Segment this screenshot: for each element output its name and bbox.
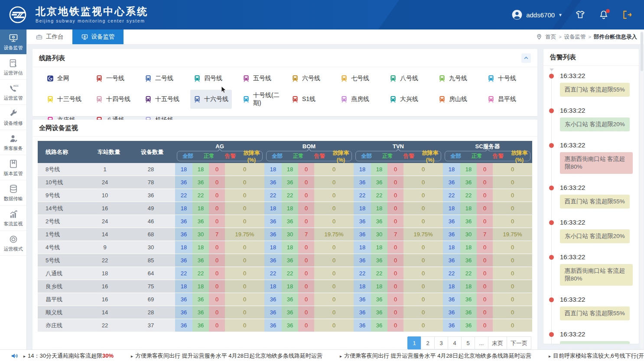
alarm-message: 西直门站 客流超限55%	[560, 83, 630, 97]
timeline-dot-icon	[549, 332, 554, 337]
line-item-18[interactable]: 房山线	[435, 90, 471, 109]
cell-value: 36	[192, 254, 209, 267]
line-item-4[interactable]: 五号线	[239, 73, 275, 84]
cell-value: 0	[298, 319, 314, 332]
line-item-16[interactable]: 燕房线	[337, 90, 373, 109]
timeline-dot-icon	[549, 255, 554, 260]
line-item-5[interactable]: 六号线	[288, 73, 324, 84]
cell-value: 36	[192, 293, 209, 306]
last-page-button[interactable]: 末页	[488, 336, 507, 349]
scrollbar-thumb[interactable]	[641, 32, 643, 71]
breadcrumb-device-monitor[interactable]: 设备监管	[564, 33, 586, 41]
cell-line: 亦庄线	[38, 319, 83, 332]
cell-value: 0	[298, 241, 314, 254]
tab-device-monitor[interactable]: 设备监管	[72, 29, 124, 44]
cell-value: 0	[298, 163, 314, 176]
line-item-12[interactable]: 十五号线	[141, 90, 183, 109]
sidebar-item-operation-evaluation[interactable]: AFC 运营评估	[0, 55, 26, 80]
line-item-13[interactable]: 十六号线	[190, 90, 232, 109]
sidebar-item-data-transfer[interactable]: 数据传输	[0, 180, 26, 205]
line-label: 一号线	[106, 75, 124, 82]
sidebar-item-operation-mode[interactable]: 运营模式	[0, 231, 26, 256]
tab-label: 工作台	[46, 33, 64, 41]
cell-stations: 22	[83, 319, 127, 332]
page-scrollbar[interactable]	[640, 31, 644, 349]
page-button-1[interactable]: 1	[407, 336, 421, 349]
cell-value: 0	[403, 306, 443, 319]
line-item-1[interactable]: 一号线	[92, 73, 128, 84]
speaker-icon	[10, 352, 19, 360]
cell-value: 0	[403, 267, 443, 280]
table-row: 10号线 24 78363600363600363600363600	[38, 176, 532, 189]
table-row: 良乡线 16 75181800181800181800181800	[38, 280, 532, 293]
ticker-text: 14：30分天通苑南站客流超限30%	[28, 352, 114, 360]
cell-value: 22	[264, 189, 282, 202]
line-item-3[interactable]: 四号线	[190, 73, 226, 84]
cell-value: 22	[443, 189, 460, 202]
line-item-6[interactable]: 七号线	[337, 73, 373, 84]
line-label: 五号线	[253, 75, 271, 82]
top-header: 北京地铁监视中心系统 Beijing subway monitoring cen…	[0, 0, 644, 29]
cell-value: 36	[282, 319, 298, 332]
cell-value: 36	[175, 306, 192, 319]
sidebar-item-label: 设备维修	[4, 120, 23, 127]
logout-icon[interactable]	[621, 9, 633, 20]
line-item-17[interactable]: 大兴线	[386, 90, 422, 109]
cell-value: 36	[282, 293, 298, 306]
cell-stations: 24	[83, 176, 127, 189]
breadcrumb-home[interactable]: 首页	[545, 33, 556, 41]
train-icon	[194, 75, 201, 82]
panel-title: 全网设备监视	[39, 124, 78, 132]
breadcrumb-separator: >	[559, 34, 561, 39]
cell-value: 0	[314, 293, 354, 306]
page-button-2[interactable]: 2	[421, 336, 435, 349]
line-item-11[interactable]: 十四号线	[92, 90, 134, 109]
sidebar-item-device-monitor[interactable]: 设备监管	[0, 29, 26, 55]
notification-badge	[606, 9, 610, 13]
cell-line: 八通线	[38, 267, 83, 280]
line-item-14[interactable]: 十号线(二期)	[239, 90, 288, 109]
theme-skin-icon[interactable]	[575, 9, 586, 20]
cell-line: 8号线	[38, 163, 83, 176]
line-item-10[interactable]: 十三号线	[43, 90, 85, 109]
sidebar-item-passenger-service[interactable]: 乘客服务	[0, 130, 26, 155]
cell-value: 0	[493, 254, 532, 267]
avatar-icon	[511, 9, 523, 20]
cell-value: 0	[209, 306, 225, 319]
page-button-4[interactable]: 4	[448, 336, 462, 349]
line-item-15[interactable]: S1线	[288, 90, 319, 109]
sidebar-item-version-monitor[interactable]: 版本监管	[0, 155, 26, 180]
page-button-3[interactable]: 3	[434, 336, 448, 349]
notifications-bell-icon[interactable]	[598, 9, 609, 20]
page-ellipsis[interactable]: ...	[475, 336, 488, 349]
line-item-7[interactable]: 八号线	[386, 73, 422, 84]
cell-devices: 37	[127, 319, 175, 332]
line-item-8[interactable]: 九号线	[435, 73, 471, 84]
cell-value: 36	[354, 254, 371, 267]
collapse-chevron-up-icon[interactable]	[521, 53, 531, 63]
cell-value: 0	[225, 293, 264, 306]
sidebar-item-passenger-flow-monitor[interactable]: 客流监视	[0, 205, 26, 231]
sidebar-item-label: 运营监管	[4, 95, 23, 101]
cell-value: 36	[264, 293, 282, 306]
tab-workbench[interactable]: 工作台	[27, 29, 72, 44]
alarm-message: 东小口站 客流超限20%	[560, 117, 630, 131]
line-item-19[interactable]: 昌平线	[484, 90, 520, 109]
svg-text:ACC: ACC	[13, 85, 19, 87]
line-item-9[interactable]: 十号线	[484, 73, 520, 84]
line-item-2[interactable]: 二号线	[141, 73, 177, 84]
ticker-text: 方便乘客夜间出行 提升运营服务水平 4月28日起北京地铁多条线路延时运营	[344, 352, 531, 360]
cell-value: 0	[477, 319, 493, 332]
cell-value: 0	[314, 163, 354, 176]
cell-stations: 16	[83, 202, 127, 215]
sidebar-item-equipment-maintenance[interactable]: 设备维修	[0, 105, 26, 130]
user-menu[interactable]: adds6700 ▼	[511, 9, 563, 20]
line-item-0[interactable]: 全网	[43, 73, 73, 84]
cell-value: 0	[225, 267, 264, 280]
sidebar-item-operation-supervision[interactable]: ACC 运营监管	[0, 80, 26, 105]
page-button-5[interactable]: 5	[461, 336, 475, 349]
next-page-button[interactable]: 下一页	[507, 336, 531, 349]
ticker-item: ▸ 14：30分天通苑南站客流超限30%	[23, 352, 114, 360]
train-icon	[96, 96, 103, 103]
alarm-panel: 告警列表 16:33:22 西直门站 客流超限55% 16:33:22 东小口站…	[543, 49, 639, 344]
